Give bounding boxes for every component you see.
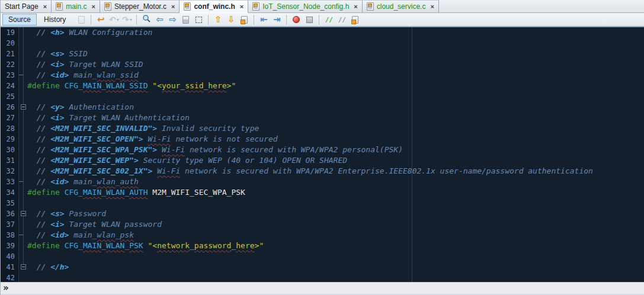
code-text: // <M2M_WIFI_SEC_802_1X"> Wi-Fi network …: [27, 166, 593, 177]
c-file-icon: [367, 2, 374, 11]
tab-close-icon[interactable]: ×: [171, 3, 175, 10]
toolbar-separator: [286, 15, 287, 25]
code-text: // <id> main_wlan_ssid: [27, 70, 139, 81]
find-selection-icon[interactable]: [140, 14, 152, 25]
line-number: 24: [1, 81, 19, 91]
fold-collapse-icon[interactable]: [21, 211, 26, 216]
code-line: 42: [1, 272, 644, 282]
code-text: // <i> Target WLAN SSID: [27, 59, 143, 70]
tab-main-c[interactable]: main.c×: [52, 0, 100, 12]
code-line: 35: [1, 198, 644, 209]
code-line: 19 // <h> WLAN Configuration: [1, 27, 644, 38]
history-view-button[interactable]: History: [38, 14, 72, 25]
previous-bookmark-icon[interactable]: ⇧: [212, 14, 224, 25]
fold-column: [19, 198, 27, 209]
shift-line-left-icon[interactable]: ⇤: [258, 14, 270, 25]
tab-close-icon[interactable]: ×: [91, 3, 95, 10]
code-text: #define CFG_MAIN_WLAN_PSK "<network_pass…: [27, 241, 264, 251]
back-icon: ↶▾: [108, 14, 120, 25]
fold-column: [19, 209, 27, 219]
code-line: 25: [1, 91, 644, 102]
fold-column: [19, 272, 27, 282]
toolbar-icons: ↩↶▾↷▾⇦⇨⇧⇩⇤⇥////: [75, 14, 361, 25]
code-text: // <i> Target WLAN password: [27, 219, 162, 230]
code-editor[interactable]: 19 // <h> WLAN Configuration2021 // <s> …: [1, 27, 644, 282]
tab-label: IoT_Sensor_Node_config.h: [262, 2, 349, 11]
shift-line-right-icon[interactable]: ⇥: [271, 14, 283, 25]
tab-label: Stepper_Motor.c: [114, 2, 166, 11]
code-line: 22 // <i> Target WLAN SSID: [1, 59, 644, 70]
code-line: 38 // <id> main_wlan_psk: [1, 230, 644, 241]
line-number: 26: [1, 102, 19, 113]
last-edit-location-icon[interactable]: ↩: [95, 14, 107, 25]
breadcrumb-expand-chevron-icon[interactable]: »: [3, 284, 9, 293]
code-text: // <s> Password: [27, 209, 106, 219]
line-number: 19: [1, 27, 19, 38]
h-file-icon: [184, 2, 191, 11]
breadcrumb-bar: »: [1, 282, 644, 294]
tab-label: main.c: [66, 2, 86, 11]
code-text: #define CFG_MAIN_WLAN_SSID "<your_ssid_h…: [27, 81, 236, 91]
editor-toolbar: Source History ↩↶▾↷▾⇦⇨⇧⇩⇤⇥////: [1, 13, 644, 27]
start-macro-recording-icon[interactable]: [290, 14, 302, 25]
line-number: 31: [1, 155, 19, 166]
code-line: 32 // <M2M_WIFI_SEC_802_1X"> Wi-Fi netwo…: [1, 166, 644, 177]
tab-close-icon[interactable]: ×: [354, 3, 357, 10]
fold-column: [19, 113, 27, 123]
code-text: // <M2M_WIFI_SEC_INVALID"> Invalid secur…: [27, 123, 259, 134]
fold-column: [19, 70, 27, 81]
tab-cloud-service-c[interactable]: cloud_service.c×: [363, 0, 439, 12]
code-line: 37 // <i> Target WLAN password: [1, 219, 644, 230]
toolbar-separator: [208, 15, 209, 25]
toggle-highlight-search-icon[interactable]: [180, 14, 191, 25]
fold-column: [19, 49, 27, 59]
tab-close-icon[interactable]: ×: [240, 3, 243, 10]
c-file-icon: [56, 2, 63, 11]
fold-column: [19, 27, 27, 38]
line-number: 37: [1, 219, 19, 230]
fold-collapse-icon[interactable]: [21, 264, 26, 270]
line-number: 22: [1, 59, 19, 70]
fold-column: [19, 262, 27, 272]
tab-conf-winc-h[interactable]: conf_winc.h×: [180, 0, 248, 13]
tab-iot-sensor-node-config-h[interactable]: IoT_Sensor_Node_config.h×: [248, 0, 363, 12]
rectangular-selection-icon[interactable]: [193, 14, 204, 25]
stop-macro-recording-icon[interactable]: [303, 14, 315, 25]
forward-icon: ↷▾: [121, 14, 133, 25]
fold-column: [19, 81, 27, 91]
code-line: 39#define CFG_MAIN_WLAN_PSK "<network_pa…: [1, 241, 644, 251]
uncomment-icon[interactable]: //: [336, 14, 348, 25]
go-to-header-source-icon[interactable]: [349, 14, 361, 25]
find-previous-occurrence-icon[interactable]: ⇦: [153, 14, 165, 25]
code-line: 31 // <M2M_WIFI_SEC_WEP"> Security type …: [1, 155, 644, 166]
diff-icon: [75, 14, 87, 25]
ide-window: Start Page×main.c×Stepper_Motor.c×conf_w…: [0, 0, 644, 295]
fold-column: [19, 251, 27, 262]
fold-column: [19, 38, 27, 49]
fold-column: [19, 155, 27, 166]
code-line: 20: [1, 38, 644, 49]
tab-close-icon[interactable]: ×: [43, 3, 47, 10]
line-number: 41: [1, 262, 19, 272]
line-number: 34: [1, 187, 19, 198]
code-line: 41 // </h>: [1, 262, 644, 272]
code-line: 30 // <M2M_WIFI_SEC_WPA_PSK"> Wi-Fi netw…: [1, 145, 644, 155]
fold-column: [19, 187, 27, 198]
toggle-bookmark-icon[interactable]: [238, 14, 250, 25]
source-view-button[interactable]: Source: [2, 14, 37, 25]
line-number: 21: [1, 49, 19, 59]
code-text: // <id> main_wlan_auth: [27, 177, 139, 187]
next-bookmark-icon[interactable]: ⇩: [225, 14, 237, 25]
line-number: 33: [1, 177, 19, 187]
find-next-occurrence-icon[interactable]: ⇨: [166, 14, 178, 25]
fold-end-marker: [19, 181, 23, 182]
comment-icon[interactable]: //: [323, 14, 335, 25]
tab-stepper-motor-c[interactable]: Stepper_Motor.c×: [100, 0, 180, 12]
fold-collapse-icon[interactable]: [21, 104, 26, 110]
tab-close-icon[interactable]: ×: [430, 3, 434, 10]
tab-start-page[interactable]: Start Page×: [1, 0, 52, 12]
line-number: 42: [1, 272, 19, 282]
code-text: // <M2M_WIFI_SEC_WPA_PSK"> Wi-Fi network…: [27, 145, 403, 155]
h-file-icon: [252, 2, 259, 11]
tab-label: Start Page: [5, 2, 39, 11]
